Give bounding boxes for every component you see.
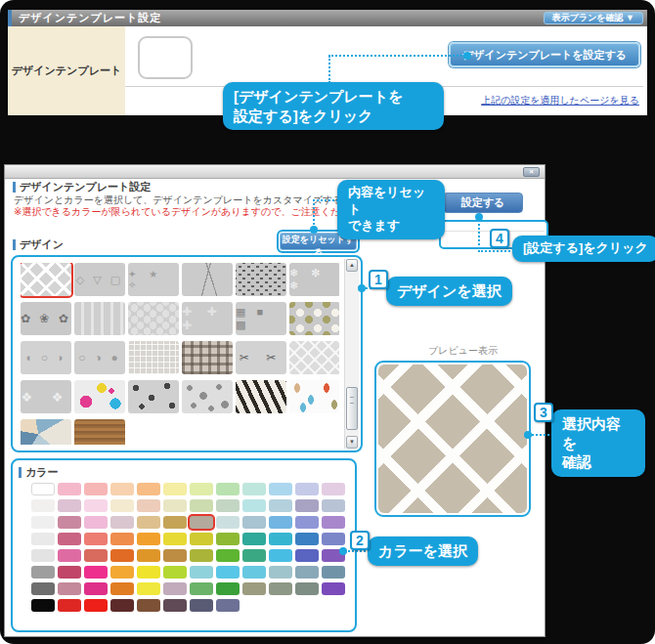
- color-swatch-6-6[interactable]: [190, 582, 213, 595]
- design-thumbnail-scissors[interactable]: ✂ ✂: [236, 341, 286, 374]
- design-thumbnail-stone-spots[interactable]: [182, 380, 233, 413]
- color-swatch-4-10[interactable]: [295, 549, 319, 562]
- color-swatch-1-3[interactable]: [110, 499, 134, 512]
- color-swatch-5-4[interactable]: [137, 566, 160, 579]
- color-swatch-6-10[interactable]: [295, 582, 319, 595]
- color-swatch-0-10[interactable]: [295, 483, 319, 495]
- color-swatch-3-2[interactable]: [84, 533, 108, 545]
- design-thumbnail-gems[interactable]: ◇ ▽ ▢: [74, 263, 125, 296]
- apply-button[interactable]: 設定する: [443, 193, 523, 213]
- color-swatch-7-1[interactable]: [58, 599, 81, 612]
- color-swatch-3-1[interactable]: [58, 533, 81, 545]
- design-thumbnail-crosses[interactable]: ✚ ✚ ✚: [182, 302, 233, 335]
- color-swatch-5-11[interactable]: [322, 566, 345, 579]
- color-swatch-2-5[interactable]: [163, 516, 187, 529]
- color-swatch-7-3[interactable]: [110, 599, 134, 612]
- color-swatch-2-3[interactable]: [110, 516, 134, 529]
- color-swatch-1-6[interactable]: [190, 499, 213, 512]
- design-thumbnail-geo-triangles[interactable]: [21, 419, 71, 445]
- color-swatch-2-4[interactable]: [137, 516, 160, 529]
- color-swatch-2-7[interactable]: [216, 516, 240, 529]
- color-swatch-7-6[interactable]: [190, 599, 213, 612]
- color-swatch-6-8[interactable]: [242, 582, 266, 595]
- color-swatch-0-0[interactable]: [31, 483, 55, 495]
- applied-page-link[interactable]: 上記の設定を適用したページを見る: [481, 94, 639, 107]
- design-thumbnail-snowflakes[interactable]: ❄ ✼ ❄: [289, 263, 339, 296]
- design-thumbnail-plaid-dark[interactable]: [182, 341, 233, 374]
- color-swatch-6-11[interactable]: [322, 582, 345, 595]
- color-swatch-6-3[interactable]: [110, 582, 134, 595]
- color-swatch-3-0[interactable]: [31, 533, 55, 545]
- color-swatch-4-1[interactable]: [58, 549, 81, 562]
- design-thumbnail-quatrefoil-lattice[interactable]: [21, 263, 71, 296]
- color-swatch-7-7[interactable]: [216, 599, 240, 612]
- color-swatch-1-2[interactable]: [84, 499, 108, 512]
- color-swatch-2-10[interactable]: [295, 516, 319, 529]
- color-swatch-4-8[interactable]: [242, 549, 266, 562]
- color-swatch-3-4[interactable]: [137, 533, 160, 545]
- color-swatch-2-1[interactable]: [58, 516, 81, 529]
- color-swatch-0-7[interactable]: [216, 483, 240, 495]
- design-thumbnail-shells-starfish[interactable]: ✦ ★ ✧: [128, 263, 179, 296]
- design-thumbnail-two-tone-dots[interactable]: [289, 302, 339, 335]
- close-icon[interactable]: ×: [523, 167, 540, 177]
- color-swatch-4-4[interactable]: [137, 549, 160, 562]
- color-swatch-6-9[interactable]: [269, 582, 292, 595]
- color-swatch-1-10[interactable]: [295, 499, 319, 512]
- color-swatch-5-2[interactable]: [84, 566, 108, 579]
- scrollbar-thumb[interactable]: [346, 387, 358, 430]
- color-swatch-5-8[interactable]: [242, 566, 266, 579]
- color-swatch-6-5[interactable]: [163, 582, 187, 595]
- design-thumbnail-patch-squares[interactable]: ▦ ■ ▩: [236, 302, 286, 335]
- color-swatch-2-8[interactable]: [242, 516, 266, 529]
- color-swatch-4-3[interactable]: [110, 549, 134, 562]
- color-swatch-0-9[interactable]: [269, 483, 292, 495]
- color-swatch-2-0[interactable]: [31, 516, 55, 529]
- color-swatch-0-1[interactable]: [58, 483, 81, 495]
- design-thumbnail-damask-ornament[interactable]: ❖ ❖: [21, 380, 71, 413]
- color-swatch-2-11[interactable]: [322, 516, 345, 529]
- design-scrollbar[interactable]: ▲ ▼: [344, 259, 359, 449]
- color-swatch-5-1[interactable]: [58, 566, 81, 579]
- color-swatch-5-5[interactable]: [163, 566, 187, 579]
- design-template-set-button[interactable]: デザインテンプレートを設定する: [449, 42, 640, 67]
- color-swatch-5-7[interactable]: [216, 566, 240, 579]
- scroll-up-icon[interactable]: ▲: [346, 259, 358, 272]
- color-swatch-1-9[interactable]: [269, 499, 292, 512]
- design-thumbnail-lace-stripes[interactable]: [74, 302, 125, 335]
- color-swatch-1-5[interactable]: [163, 499, 187, 512]
- color-swatch-0-2[interactable]: [84, 483, 108, 495]
- color-swatch-4-2[interactable]: [84, 549, 108, 562]
- color-swatch-0-5[interactable]: [163, 483, 187, 495]
- color-swatch-4-7[interactable]: [216, 549, 240, 562]
- plan-check-button[interactable]: 表示プランを確認 ▼: [544, 12, 643, 24]
- color-swatch-3-9[interactable]: [269, 533, 292, 545]
- color-swatch-7-2[interactable]: [84, 599, 108, 612]
- color-swatch-4-5[interactable]: [163, 549, 187, 562]
- color-swatch-5-0[interactable]: [31, 566, 55, 579]
- design-thumbnail-branches[interactable]: [182, 263, 233, 296]
- color-swatch-3-8[interactable]: [242, 533, 266, 545]
- color-swatch-3-7[interactable]: [216, 533, 240, 545]
- color-swatch-3-11[interactable]: [322, 533, 345, 545]
- color-swatch-5-9[interactable]: [269, 566, 292, 579]
- color-swatch-7-5[interactable]: [163, 599, 187, 612]
- color-swatch-0-8[interactable]: [242, 483, 266, 495]
- design-thumbnail-leopard[interactable]: [128, 380, 179, 413]
- color-swatch-1-4[interactable]: [137, 499, 160, 512]
- color-swatch-1-8[interactable]: [242, 499, 266, 512]
- color-swatch-1-0[interactable]: [31, 499, 55, 512]
- color-swatch-2-6[interactable]: [190, 516, 213, 529]
- color-swatch-3-5[interactable]: [163, 533, 187, 545]
- color-swatch-5-6[interactable]: [190, 566, 213, 579]
- color-swatch-1-7[interactable]: [216, 499, 240, 512]
- color-swatch-0-3[interactable]: [110, 483, 134, 495]
- color-swatch-6-2[interactable]: [84, 582, 108, 595]
- color-swatch-5-3[interactable]: [110, 566, 134, 579]
- scroll-down-icon[interactable]: ▼: [346, 436, 358, 449]
- design-thumbnail-leaves[interactable]: [289, 380, 339, 413]
- design-thumbnail-lattice-light[interactable]: [289, 341, 339, 374]
- design-thumbnail-flower-silhouette[interactable]: ✿ ❀ ✿: [21, 302, 71, 335]
- design-thumbnail-plaid-light[interactable]: [128, 341, 179, 374]
- color-swatch-6-7[interactable]: [216, 582, 240, 595]
